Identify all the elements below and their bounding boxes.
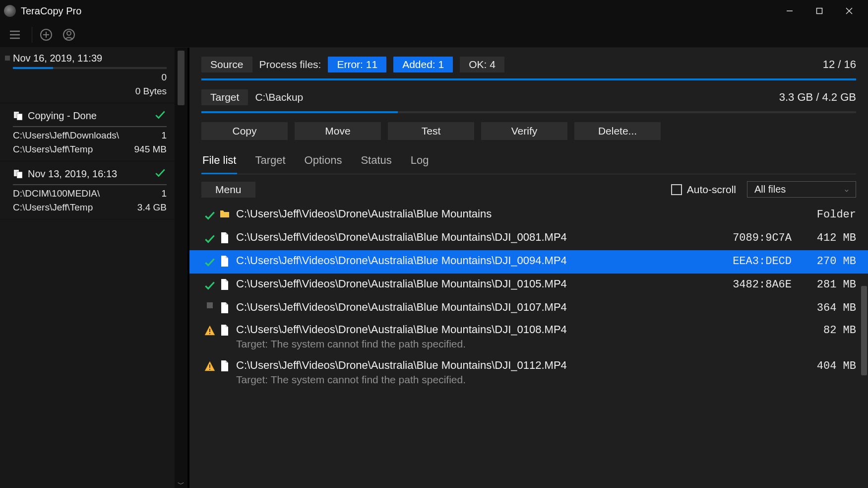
scroll-down-icon[interactable]: ﹀ — [175, 480, 187, 488]
menu-button[interactable]: Menu — [201, 182, 255, 198]
source-row: Source Process files: Error: 11 Added: 1… — [201, 57, 856, 72]
row-error-message: Target: The system cannot find the path … — [236, 338, 707, 350]
window-controls — [775, 0, 864, 22]
row-status-icon — [201, 208, 218, 222]
file-list: C:\Users\Jeff\Videos\Drone\Australia\Blu… — [189, 204, 868, 488]
menu-icon[interactable] — [5, 25, 25, 45]
error-badge[interactable]: Error: 11 — [328, 57, 386, 72]
row-type-icon — [218, 359, 231, 371]
job-info-row: C:\Users\Jeff\Downloads\1 — [13, 130, 167, 141]
process-files-label: Process files: — [259, 59, 321, 70]
source-progress — [201, 78, 856, 80]
tab-file-list[interactable]: File list — [201, 151, 237, 174]
sidebar-job[interactable]: Nov 16, 2019, 11:39 00 Bytes — [0, 48, 175, 103]
row-path: C:\Users\Jeff\Videos\Drone\Australia\Blu… — [236, 323, 707, 336]
job-marker-icon — [5, 56, 10, 61]
row-path: C:\Users\Jeff\Videos\Drone\Australia\Blu… — [236, 254, 707, 267]
minimize-button[interactable] — [775, 0, 805, 22]
file-row[interactable]: C:\Users\Jeff\Videos\Drone\Australia\Blu… — [189, 355, 868, 391]
sidebar-job[interactable]: Copying - Done C:\Users\Jeff\Downloads\1… — [0, 103, 175, 161]
row-hash — [707, 359, 792, 360]
svg-rect-13 — [209, 333, 210, 334]
tab-log[interactable]: Log — [410, 151, 430, 174]
row-hash: EEA3:DECD — [707, 254, 792, 268]
chevron-down-icon: ⌵ — [845, 186, 849, 193]
row-hash — [707, 323, 792, 324]
job-progress — [13, 126, 167, 127]
content-scrollbar[interactable] — [861, 286, 868, 488]
row-type-icon — [218, 301, 231, 313]
file-row[interactable]: C:\Users\Jeff\Videos\Drone\Australia\Blu… — [189, 227, 868, 250]
delete-button[interactable]: Delete... — [574, 122, 661, 140]
row-size: 82 MB — [792, 323, 856, 337]
job-info-left: C:\Users\Jeff\Temp — [13, 202, 93, 213]
filter-value: All files — [754, 184, 786, 195]
sidebar-job[interactable]: Nov 13, 2019, 16:13 D:\DCIM\100MEDIA\1C:… — [0, 161, 175, 219]
target-button[interactable]: Target — [201, 89, 248, 105]
job-info-left: D:\DCIM\100MEDIA\ — [13, 188, 100, 199]
row-hash — [707, 208, 792, 209]
added-badge[interactable]: Added: 1 — [393, 57, 453, 72]
job-info-right: 1 — [161, 188, 167, 199]
ok-badge[interactable]: OK: 4 — [460, 57, 504, 72]
close-button[interactable] — [834, 0, 864, 22]
row-error-message: Target: The system cannot find the path … — [236, 374, 707, 386]
file-row[interactable]: C:\Users\Jeff\Videos\Drone\Australia\Blu… — [189, 204, 868, 227]
job-sidebar: Nov 16, 2019, 11:39 00 Bytes Copying - D… — [0, 48, 187, 488]
job-info-left: C:\Users\Jeff\Downloads\ — [13, 130, 119, 141]
file-row[interactable]: C:\Users\Jeff\Videos\Drone\Australia\Blu… — [189, 297, 868, 319]
row-path: C:\Users\Jeff\Videos\Drone\Australia\Blu… — [236, 301, 707, 314]
toolbar-separator — [32, 27, 32, 43]
filelist-controls: Menu Auto-scroll All files ⌵ — [201, 181, 856, 198]
tab-options[interactable]: Options — [304, 151, 343, 174]
row-type-icon — [218, 323, 231, 336]
row-size: 364 MB — [792, 301, 856, 314]
auto-scroll-checkbox[interactable]: Auto-scroll — [671, 184, 736, 196]
user-icon[interactable] — [59, 25, 79, 45]
job-info-row: C:\Users\Jeff\Temp3.4 GB — [13, 202, 167, 213]
check-icon — [154, 166, 167, 181]
checkbox-box-icon — [671, 184, 682, 195]
file-row[interactable]: C:\Users\Jeff\Videos\Drone\Australia\Blu… — [189, 274, 868, 297]
svg-rect-15 — [209, 369, 210, 370]
file-row[interactable]: C:\Users\Jeff\Videos\Drone\Australia\Blu… — [189, 250, 868, 274]
row-size: 404 MB — [792, 359, 856, 372]
job-info-right: 3.4 GB — [137, 202, 167, 213]
job-info-right: 1 — [161, 130, 167, 141]
job-progress — [13, 184, 167, 185]
tab-status[interactable]: Status — [360, 151, 392, 174]
filter-select[interactable]: All files ⌵ — [747, 181, 856, 198]
row-size: 412 MB — [792, 231, 856, 244]
action-row: Copy Move Test Verify Delete... — [201, 122, 856, 140]
main-toolbar — [0, 22, 868, 48]
job-info-right: 0 Bytes — [135, 86, 167, 97]
file-counter: 12 / 16 — [823, 58, 856, 71]
test-button[interactable]: Test — [388, 122, 474, 140]
row-status-icon — [201, 359, 218, 372]
job-title: Copying - Done — [28, 110, 97, 122]
content-pane: Source Process files: Error: 11 Added: 1… — [189, 48, 868, 488]
app-title: TeraCopy Pro — [21, 5, 81, 17]
scroll-thumb[interactable] — [178, 51, 185, 105]
auto-scroll-label: Auto-scroll — [687, 184, 736, 196]
job-info-right: 0 — [161, 72, 167, 83]
add-icon[interactable] — [36, 25, 56, 45]
row-path: C:\Users\Jeff\Videos\Drone\Australia\Blu… — [236, 278, 707, 290]
copy-icon — [13, 169, 24, 179]
move-button[interactable]: Move — [295, 122, 381, 140]
maximize-button[interactable] — [805, 0, 834, 22]
tab-target[interactable]: Target — [254, 151, 286, 174]
source-button[interactable]: Source — [201, 57, 252, 72]
job-info-row: D:\DCIM\100MEDIA\1 — [13, 188, 167, 199]
row-status-icon — [201, 301, 218, 308]
row-status-icon — [201, 323, 218, 337]
target-path: C:\Backup — [255, 91, 303, 103]
job-info-left: C:\Users\Jeff\Temp — [13, 144, 93, 155]
verify-button[interactable]: Verify — [481, 122, 567, 140]
target-size: 3.3 GB / 4.2 GB — [779, 91, 856, 104]
content-scroll-thumb[interactable] — [861, 286, 867, 375]
sidebar-scrollbar[interactable]: ︿ ﹀ — [175, 48, 187, 488]
file-row[interactable]: C:\Users\Jeff\Videos\Drone\Australia\Blu… — [189, 319, 868, 355]
row-status-icon — [201, 254, 218, 269]
copy-button[interactable]: Copy — [201, 122, 288, 140]
